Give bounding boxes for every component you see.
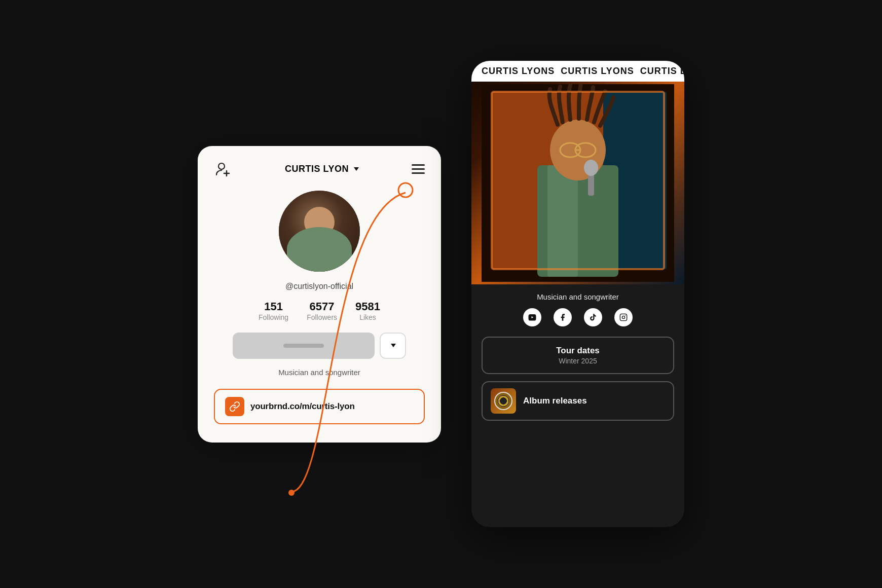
stats-row: 151 Following 6577 Followers 9581 Likes	[214, 300, 425, 321]
stat-following: 151 Following	[259, 300, 288, 321]
link-icon-box	[225, 397, 244, 416]
bio-text: Musician and songwriter	[214, 368, 425, 377]
connector-svg	[0, 0, 882, 588]
dropdown-chevron-icon	[391, 344, 396, 347]
follow-button[interactable]	[233, 333, 375, 359]
tour-dates-card[interactable]: Tour dates Winter 2025	[482, 337, 674, 374]
tour-dates-subtitle: Winter 2025	[493, 357, 663, 365]
social-icons-row	[482, 308, 674, 326]
svg-rect-18	[620, 314, 627, 320]
youtube-icon[interactable]	[523, 308, 541, 326]
svg-point-19	[622, 316, 624, 318]
hero-image	[471, 82, 684, 284]
profile-link-box[interactable]: yourbrnd.co/m/curtis-lyon	[214, 389, 425, 424]
album-releases-title: Album releases	[523, 396, 587, 406]
follow-dropdown-button[interactable]	[380, 333, 406, 359]
stat-followers: 6577 Followers	[307, 300, 337, 321]
hero-image-placeholder	[471, 82, 684, 284]
album-thumbnail	[491, 388, 516, 414]
follow-button-row	[214, 333, 425, 359]
profile-name[interactable]: CURTIS LYON	[285, 164, 359, 174]
card-header: CURTIS LYON	[214, 160, 425, 178]
svg-rect-9	[547, 165, 578, 277]
facebook-icon[interactable]	[554, 308, 572, 326]
profile-dropdown-icon	[354, 167, 359, 171]
performer-illustration	[482, 84, 674, 282]
tiktok-icon[interactable]	[584, 308, 602, 326]
tour-dates-title: Tour dates	[493, 346, 663, 356]
phone-content: Musician and songwriter	[471, 284, 684, 421]
menu-button[interactable]	[412, 164, 425, 174]
ticker-content: CURTIS LYONS CURTIS LYONS CURTIS LYONS C…	[482, 66, 684, 77]
tagline: Musician and songwriter	[482, 284, 674, 308]
link-icon	[229, 401, 240, 412]
svg-point-4	[288, 490, 295, 496]
stat-likes: 9581 Likes	[355, 300, 380, 321]
svg-point-15	[584, 160, 598, 176]
avatar	[279, 191, 360, 272]
profile-card: CURTIS LYON @curtislyon-official 151 Fol…	[198, 146, 441, 443]
username: @curtislyon-official	[214, 282, 425, 291]
ticker-bar: CURTIS LYONS CURTIS LYONS CURTIS LYONS C…	[471, 61, 684, 82]
add-user-button[interactable]	[214, 160, 232, 178]
link-url: yourbrnd.co/m/curtis-lyon	[250, 401, 355, 412]
phone-mockup: CURTIS LYONS CURTIS LYONS CURTIS LYONS C…	[471, 61, 684, 527]
album-releases-card[interactable]: Album releases	[482, 381, 674, 421]
main-scene: CURTIS LYON @curtislyon-official 151 Fol…	[0, 0, 882, 588]
avatar-container	[214, 191, 425, 272]
svg-point-20	[625, 315, 626, 316]
instagram-icon[interactable]	[614, 308, 633, 326]
vinyl-record-icon	[494, 392, 512, 410]
svg-point-0	[218, 163, 225, 169]
